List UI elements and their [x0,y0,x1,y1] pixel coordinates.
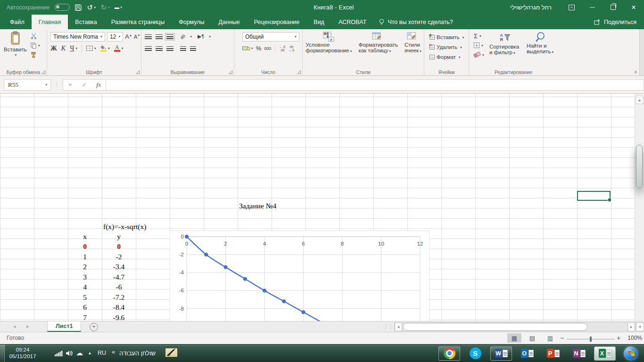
onedrive-icon[interactable]: ☁ [76,349,83,357]
cell-y-row3[interactable]: -4.7 [102,272,136,282]
orientation-icon[interactable]: ab [179,33,187,41]
cell-x-row5[interactable]: 5 [68,292,102,302]
format-as-table-button[interactable]: Форматировать как таблицу▾ [355,31,400,64]
tablet-input-icon[interactable] [165,348,178,357]
save-icon[interactable] [75,4,82,11]
scroll-down-icon[interactable]: ▾ [636,322,644,331]
customize-quick-access-icon[interactable]: ▬▾ [115,4,122,11]
cell-styles-button[interactable]: Стили ячеек▾ [402,31,424,64]
fill-button[interactable]: ▾ [472,41,487,49]
format-cells-button[interactable]: Формат ▾ [428,52,466,62]
ribbon-tab-Вид[interactable]: Вид [306,15,331,29]
currency-dropdown-icon[interactable]: ▾ [251,46,253,50]
ribbon-tab-Файл[interactable]: Файл [3,15,32,29]
cell-y-row4[interactable]: -6 [102,282,136,292]
formula-bar-grip[interactable]: ⋮ [54,82,59,88]
taskbar-app-outlook[interactable]: O [516,346,538,361]
increase-decimal-icon[interactable]: ←.0.00 [279,45,285,52]
ribbon-tab-ACROBAT[interactable]: ACROBAT [331,15,374,29]
delete-cells-button[interactable]: ✕ Удалить ▾ [428,42,466,52]
cell-y-row7[interactable]: -9.6 [102,313,136,321]
chart-object[interactable]: 0246810120-2-4-6-8-10-12-14 [170,230,429,321]
sheet-tab-list1[interactable]: Лист1 [47,321,81,332]
redo-dropdown-icon[interactable]: ▾ [107,4,109,11]
scrollbar-grip[interactable]: ⋮⋮ [383,323,393,329]
find-select-dropdown-icon[interactable]: ▾ [552,50,553,54]
cell-x-row7[interactable]: 7 [68,313,102,321]
text-direction-dropdown-icon[interactable]: ▾ [209,34,211,39]
normal-view-button[interactable]: ▦ [507,333,521,343]
number-format-dropdown-icon[interactable]: ▾ [292,34,299,39]
fill-dropdown-icon[interactable]: ▾ [481,43,483,48]
copy-button[interactable]: ▾ [29,41,41,49]
zoom-slider[interactable] [567,339,615,339]
clear-button[interactable]: ▾ [472,51,487,58]
cell-header-y[interactable]: y [102,231,136,241]
bold-button[interactable]: Ж [50,45,57,52]
minimize-button[interactable] [582,0,603,15]
format-cells-dropdown-icon[interactable]: ▾ [459,55,461,59]
format-as-table-dropdown-icon[interactable]: ▾ [389,49,391,53]
tell-me-box[interactable]: Что вы хотите сделать? [379,15,453,29]
cell-x-row3[interactable]: 3 [68,272,102,282]
align-center-icon[interactable] [156,46,163,51]
cell-y-row6[interactable]: -8.4 [102,303,136,313]
cell-function-label[interactable]: f(x)=-x-sqrt(x) [103,222,146,231]
selected-cell[interactable] [577,191,611,201]
decrease-decimal-icon[interactable]: .00→.0 [288,45,294,52]
collapse-ribbon-icon[interactable]: ∧ [634,69,637,74]
cell-y-row5[interactable]: -7.2 [102,292,136,302]
cancel-icon[interactable]: × [63,81,77,88]
name-box[interactable]: R55 ▾ [4,79,51,90]
currency-icon[interactable] [242,46,250,51]
taskbar-app-excel[interactable]: X [594,346,616,361]
increase-indent-icon[interactable] [190,46,196,51]
cell-x-row4[interactable]: 4 [68,282,102,292]
percent-style-button[interactable]: % [256,45,262,52]
cell-x-row2[interactable]: 2 [68,262,102,272]
cell-x-row6[interactable]: 6 [68,303,102,313]
cell-y-row1[interactable]: -2 [102,252,136,262]
clipboard-dialog-launcher[interactable] [41,70,45,74]
orientation-dropdown-icon[interactable]: ▾ [190,34,192,39]
sort-filter-button[interactable]: АЯ Сортировка и фильтр▾ [487,31,524,64]
font-dialog-launcher[interactable] [136,70,140,74]
autosum-button[interactable]: Σ▾ [472,32,487,40]
ribbon-tab-Формулы[interactable]: Формулы [172,15,211,29]
horizontal-scrollbar-thumb[interactable] [403,323,587,331]
font-size-dropdown-icon[interactable]: ▾ [116,34,123,39]
undo-dropdown-icon[interactable]: ▾ [94,4,96,11]
insert-function-icon[interactable]: fx [91,81,106,89]
taskbar-app-windows[interactable] [620,346,642,361]
language-indicator[interactable]: RU [98,350,106,356]
decrease-indent-icon[interactable] [180,46,186,51]
cell-y-row0[interactable]: 0 [102,242,136,252]
ribbon-tab-Главная[interactable]: Главная [32,15,68,29]
zoom-slider-thumb[interactable] [590,337,592,342]
underline-dropdown-icon[interactable]: ▾ [75,46,77,50]
sheet-nav-left-icon[interactable]: ◂ [13,323,16,329]
alignment-dialog-launcher[interactable] [229,70,232,74]
conditional-formatting-button[interactable]: ≠ Условное форматирование▾ [303,31,355,64]
ribbon-tab-Данные[interactable]: Данные [212,15,247,29]
font-name-dropdown-icon[interactable]: ▾ [98,34,105,39]
comma-style-button[interactable]: 000 [264,46,271,51]
insert-cells-button[interactable]: ✚ Вставить ▾ [428,33,466,42]
taskbar-app-chrome[interactable] [438,346,460,361]
copy-dropdown-icon[interactable]: ▾ [38,43,40,48]
ribbon-tab-Разметка страницы[interactable]: Разметка страницы [104,15,172,29]
number-dialog-launcher[interactable] [297,70,301,74]
font-color-dropdown-icon[interactable]: ▾ [122,46,124,50]
desktop-toolbar-label[interactable]: שולחן העבודה [119,350,156,357]
text-direction-icon[interactable]: ▶¶ [198,33,204,40]
page-layout-view-button[interactable]: ▤ [525,333,539,343]
volume-icon[interactable] [66,350,73,358]
font-size-select[interactable]: 12 ▾ [107,32,123,41]
number-format-select[interactable]: Общий ▾ [242,32,299,41]
ribbon-display-options-button[interactable] [561,0,582,15]
borders-dropdown-icon[interactable]: ▾ [94,46,96,50]
sheet-nav-right-icon[interactable]: ▸ [26,323,29,329]
align-top-icon[interactable] [145,34,152,39]
font-name-select[interactable]: Times New Roma ▾ [50,32,105,41]
conditional-formatting-dropdown-icon[interactable]: ▾ [350,49,352,53]
